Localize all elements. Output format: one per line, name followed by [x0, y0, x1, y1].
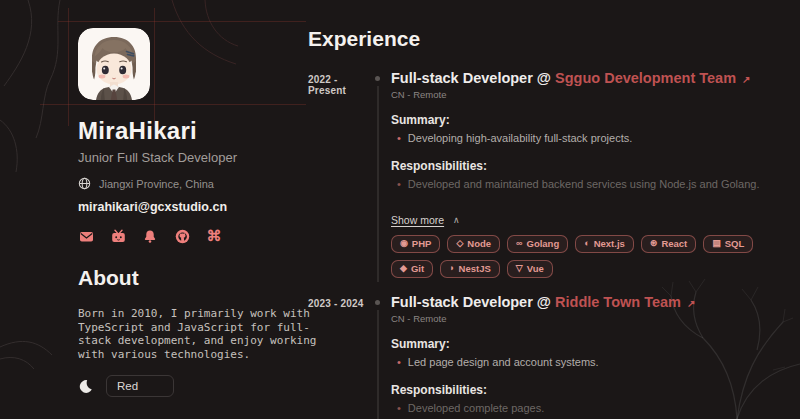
timeline-dot [375, 300, 380, 305]
moon-icon[interactable] [78, 379, 93, 394]
summary-label: Summary: [391, 337, 790, 351]
company-link[interactable]: Riddle Town Team [555, 294, 681, 310]
sql-icon: ▤ [712, 239, 721, 248]
crop-mark-top [58, 21, 306, 22]
job-location: CN - Remote [391, 313, 790, 324]
timeline-line [377, 86, 379, 282]
summary-item: • Developing high-availability full-stac… [391, 132, 790, 146]
tag-golang[interactable]: ∞Golang [507, 235, 568, 253]
bullet-icon: • [397, 178, 401, 192]
tag-php[interactable]: ◉PHP [391, 235, 440, 253]
company-link[interactable]: Sgguo Development Team [555, 70, 736, 86]
golang-icon: ∞ [516, 239, 522, 248]
profile-location: Jiangxi Province, China [99, 178, 214, 190]
timeline [368, 70, 388, 278]
timeline [368, 294, 388, 419]
timeline-dot [375, 76, 380, 81]
responsibility-item: • Developed complete pages. [391, 402, 790, 416]
summary-label: Summary: [391, 113, 790, 127]
tag-node[interactable]: ◇Node [447, 235, 500, 253]
globe-icon [78, 177, 91, 190]
bullet-icon: • [397, 356, 401, 370]
bell-icon[interactable] [142, 228, 158, 244]
about-text: Born in 2010, I primarily work with Type… [78, 307, 325, 361]
nestjs-icon: ◗ [449, 264, 454, 273]
external-link-icon: ↗ [742, 74, 750, 85]
job-location: CN - Remote [391, 89, 790, 100]
tag-next-js[interactable]: ◐Next.js [575, 235, 634, 253]
crop-mark-bottom [40, 104, 306, 105]
summary-item: • Led page design and account systems. [391, 356, 790, 370]
tag-sql[interactable]: ▤SQL [703, 235, 753, 253]
crop-mark-left [68, 8, 69, 126]
node-icon: ◇ [456, 239, 463, 248]
mail-icon[interactable] [78, 228, 94, 244]
social-links: ⌘ [78, 228, 310, 244]
chevron-up-icon: ∧ [453, 215, 460, 225]
tag-vue[interactable]: ▽Vue [507, 260, 553, 278]
react-icon: ⊛ [650, 239, 658, 248]
job-title: Full-stack Developer @ Sgguo Development… [391, 70, 790, 87]
experience-heading: Experience [308, 27, 790, 51]
responsibility-item: • Developed and maintained backend servi… [391, 178, 790, 192]
about-heading: About [78, 266, 310, 290]
github-icon[interactable] [174, 228, 190, 244]
avatar [78, 28, 150, 100]
external-link-icon: ↗ [687, 298, 695, 309]
tag-nestjs[interactable]: ◗NestJS [440, 260, 500, 278]
theme-select-value: Red [117, 380, 138, 392]
tag-react[interactable]: ⊛React [641, 235, 696, 253]
job-title: Full-stack Developer @ Riddle Town Team↗ [391, 294, 790, 311]
bullet-icon: • [397, 402, 401, 416]
php-icon: ◉ [400, 239, 408, 248]
entry-period: 2022 - Present [308, 70, 368, 278]
bilibili-icon[interactable] [110, 228, 126, 244]
email-link[interactable]: mirahikari@gcxstudio.cn [78, 200, 227, 214]
responsibilities-label: Responsibilities: [391, 159, 790, 173]
timeline-line [377, 310, 379, 419]
experience-section: Experience 2022 - Present Full-stack Dev… [300, 0, 800, 419]
git-icon: ◆ [400, 264, 407, 273]
theme-select[interactable]: Red [106, 375, 174, 397]
command-icon[interactable]: ⌘ [206, 228, 222, 244]
show-more-toggle[interactable]: Show more ∧ [391, 214, 460, 226]
tag-list: ◉PHP◇Node∞Golang◐Next.js⊛React▤SQL◆Git◗N… [391, 235, 759, 278]
experience-entry: 2023 - 2024 Full-stack Developer @ Riddl… [308, 294, 790, 419]
experience-entry: 2022 - Present Full-stack Developer @ Sg… [308, 70, 790, 278]
profile-name: MiraHikari [78, 117, 310, 145]
vue-icon: ▽ [516, 264, 523, 273]
profile-sidebar: MiraHikari Junior Full Stack Developer J… [0, 0, 310, 419]
responsibilities-label: Responsibilities: [391, 383, 790, 397]
crop-mark-right [154, 8, 155, 126]
tag-git[interactable]: ◆Git [391, 260, 433, 278]
bullet-icon: • [397, 132, 401, 146]
nextjs-icon: ◐ [584, 239, 589, 248]
profile-title: Junior Full Stack Developer [78, 150, 310, 165]
